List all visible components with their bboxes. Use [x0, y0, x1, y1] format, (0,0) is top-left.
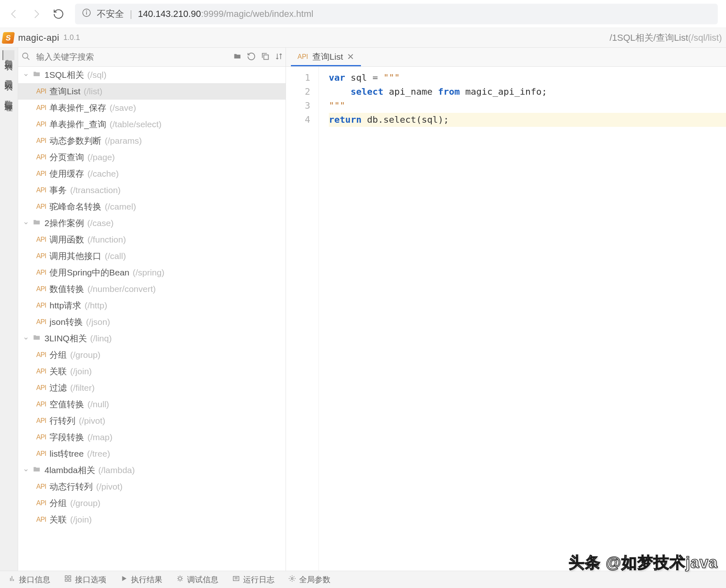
item-path: (/transaction)	[70, 185, 121, 195]
tree-item[interactable]: API 空值转换(/null)	[18, 396, 286, 413]
tree-item[interactable]: API 分组(/group)	[18, 495, 286, 511]
refresh-icon[interactable]	[53, 8, 64, 20]
code-content[interactable]: var sql = """ select api_name from magic…	[319, 67, 726, 571]
item-path: (/tree)	[87, 449, 110, 459]
tree-item[interactable]: API 查询List(/list)	[18, 83, 286, 100]
url-input[interactable]: 不安全 | 140.143.210.90:9999/magic/web/inde…	[75, 4, 718, 24]
api-tag: API	[36, 285, 46, 293]
api-tag: API	[36, 121, 46, 128]
item-path: (/table/select)	[110, 119, 162, 129]
tree-item[interactable]: API http请求(/http)	[18, 297, 286, 314]
svg-rect-5	[264, 55, 268, 59]
url-text: 140.143.210.90:9999/magic/web/index.html	[138, 9, 314, 19]
item-name: 单表操作_保存	[49, 102, 106, 114]
item-path: (/spring)	[133, 268, 164, 278]
api-tag: API	[36, 434, 46, 441]
tree-item[interactable]: API 调用函数(/function)	[18, 231, 286, 248]
grid-icon	[64, 575, 72, 584]
tree-item[interactable]: API list转tree(/tree)	[18, 446, 286, 462]
tree-search-input[interactable]	[34, 52, 230, 62]
item-path: (/function)	[87, 235, 126, 245]
group-name: 1SQL相关	[44, 69, 84, 81]
item-path: (/null)	[87, 399, 109, 409]
tree-item[interactable]: API 调用其他接口(/call)	[18, 248, 286, 264]
tree-group[interactable]: 1SQL相关(/sql)	[18, 67, 286, 83]
folder-icon	[5, 100, 13, 109]
tree-item[interactable]: API 行转列(/pivot)	[18, 413, 286, 429]
bottom-tab-bug[interactable]: 调试信息	[176, 574, 218, 585]
bottom-tab-label: 调试信息	[187, 574, 218, 585]
bottom-tab-label: 执行结果	[131, 574, 162, 585]
tree-item[interactable]: API 事务(/transaction)	[18, 182, 286, 198]
iface-icon	[8, 575, 16, 584]
svg-line-4	[27, 58, 30, 60]
sort-icon[interactable]	[275, 52, 283, 62]
refresh-tree-icon[interactable]	[247, 52, 256, 62]
tree-item[interactable]: API 关联(/join)	[18, 511, 286, 528]
item-name: 行转列	[49, 415, 75, 427]
tree-item[interactable]: API 动态行转列(/pivot)	[18, 478, 286, 495]
item-path: (/page)	[87, 152, 115, 162]
bottom-tab-play[interactable]: 执行结果	[120, 574, 162, 585]
tree-item[interactable]: API 使用Spring中的Bean(/spring)	[18, 264, 286, 281]
item-name: json转换	[49, 316, 83, 328]
tree-item[interactable]: API 分组(/group)	[18, 347, 286, 363]
tree-group[interactable]: 3LINQ相关(/linq)	[18, 330, 286, 347]
bottom-tab-grid[interactable]: 接口选项	[64, 574, 106, 585]
nav-back-icon[interactable]	[8, 8, 20, 20]
item-name: http请求	[49, 300, 81, 311]
api-tag: API	[36, 516, 46, 523]
api-tag: API	[36, 384, 46, 392]
bottom-tab-label: 接口信息	[19, 574, 50, 585]
item-name: 过滤	[49, 382, 67, 394]
api-tag: API	[36, 401, 46, 408]
bottom-tab-label: 接口选项	[75, 574, 106, 585]
tab-label: 查询List	[312, 51, 343, 63]
workbench: 接口列表函数列表数据源管理 1SQL相关(/sql)API 查询List(/li…	[0, 48, 726, 571]
item-path: (/number/convert)	[87, 284, 156, 294]
nav-forward-icon[interactable]	[30, 8, 42, 20]
item-path: (/join)	[70, 366, 92, 376]
tree-item[interactable]: API 使用缓存(/cache)	[18, 166, 286, 182]
item-name: 空值转换	[49, 399, 84, 410]
bottom-tab-log[interactable]: 运行日志	[232, 574, 274, 585]
tree-item[interactable]: API 数值转换(/number/convert)	[18, 281, 286, 297]
tree-item[interactable]: API 单表操作_查询(/table/select)	[18, 116, 286, 133]
tree-item[interactable]: API 分页查询(/page)	[18, 149, 286, 166]
api-tree[interactable]: 1SQL相关(/sql)API 查询List(/list)API 单表操作_保存…	[18, 67, 286, 571]
api-tag: API	[36, 104, 46, 112]
close-icon[interactable]: ✕	[347, 52, 354, 62]
item-path: (/params)	[105, 136, 142, 146]
explorer-panel: 1SQL相关(/sql)API 查询List(/list)API 单表操作_保存…	[18, 48, 286, 571]
svg-point-3	[23, 53, 28, 58]
site-info-icon[interactable]	[82, 8, 91, 20]
tree-item[interactable]: API 关联(/join)	[18, 363, 286, 380]
tree-group[interactable]: 4lambda相关(/lambda)	[18, 462, 286, 478]
folder-icon	[32, 334, 41, 344]
item-name: 数值转换	[49, 283, 84, 295]
tree-item[interactable]: API json转换(/json)	[18, 314, 286, 330]
tree-item[interactable]: API 动态参数判断(/params)	[18, 133, 286, 149]
editor-tab[interactable]: API 查询List ✕	[291, 48, 361, 66]
item-name: 使用缓存	[49, 168, 84, 180]
chevron-down-icon	[23, 467, 29, 473]
svg-rect-6	[65, 576, 67, 578]
folder-icon	[5, 58, 13, 68]
api-tag: API	[36, 368, 46, 375]
tree-item[interactable]: API 驼峰命名转换(/camel)	[18, 198, 286, 215]
item-path: (/json)	[86, 317, 110, 327]
item-name: 事务	[49, 184, 67, 196]
bottom-tab-gear[interactable]: 全局参数	[288, 574, 330, 585]
bottom-tab-iface[interactable]: 接口信息	[8, 574, 50, 585]
tree-item[interactable]: API 字段转换(/map)	[18, 429, 286, 446]
line-gutter: 1234	[286, 67, 319, 571]
code-editor[interactable]: 1234 var sql = """ select api_name from …	[286, 67, 726, 571]
api-tag: API	[36, 154, 46, 161]
tree-item[interactable]: API 单表操作_保存(/save)	[18, 100, 286, 116]
tree-item[interactable]: API 过滤(/filter)	[18, 380, 286, 396]
tree-group[interactable]: 2操作案例(/case)	[18, 215, 286, 231]
svg-rect-9	[69, 579, 71, 581]
chevron-down-icon	[23, 336, 29, 341]
copy-icon[interactable]	[261, 52, 270, 62]
new-folder-icon[interactable]	[233, 52, 242, 62]
